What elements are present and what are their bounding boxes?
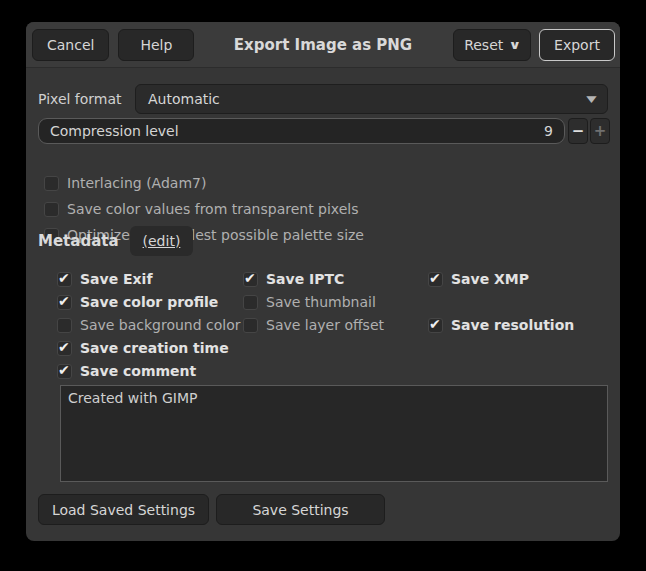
dialog-titlebar: Export Image as PNG Cancel Help Reset ∨ … — [26, 22, 620, 68]
save-transparent-pixels-label: Save color values from transparent pixel… — [67, 201, 359, 217]
save-creation-time-label: Save creation time — [80, 340, 229, 356]
save-resolution-checkbox[interactable]: ✔ — [428, 318, 443, 333]
save-thumbnail-label: Save thumbnail — [266, 294, 376, 310]
save-thumbnail-checkbox[interactable] — [243, 295, 258, 310]
save-layer-offset-option[interactable]: Save layer offset — [243, 315, 384, 335]
checkmark-icon: ✔ — [58, 362, 70, 378]
pixel-format-dropdown[interactable]: Automatic ▼ — [135, 84, 608, 114]
save-xmp-checkbox[interactable]: ✔ — [428, 272, 443, 287]
checkmark-icon: ✔ — [58, 270, 70, 286]
save-creation-time-checkbox[interactable]: ✔ — [57, 341, 72, 356]
checkmark-icon: ✔ — [429, 270, 441, 286]
load-saved-settings-button[interactable]: Load Saved Settings — [38, 494, 209, 525]
metadata-title: Metadata — [38, 232, 119, 250]
save-comment-option[interactable]: ✔ Save comment — [57, 361, 196, 381]
save-comment-checkbox[interactable]: ✔ — [57, 364, 72, 379]
save-xmp-option[interactable]: ✔ Save XMP — [428, 269, 529, 289]
save-iptc-checkbox[interactable]: ✔ — [243, 272, 258, 287]
pixel-format-label: Pixel format — [38, 84, 122, 114]
save-resolution-option[interactable]: ✔ Save resolution — [428, 315, 574, 335]
checkmark-icon: ✔ — [58, 293, 70, 309]
save-color-profile-option[interactable]: ✔ Save color profile — [57, 292, 218, 312]
save-layer-offset-checkbox[interactable] — [243, 318, 258, 333]
compression-decrease-button[interactable]: − — [568, 118, 588, 144]
save-layer-offset-label: Save layer offset — [266, 317, 384, 333]
cancel-button[interactable]: Cancel — [32, 29, 109, 61]
save-thumbnail-option[interactable]: Save thumbnail — [243, 292, 376, 312]
help-button[interactable]: Help — [118, 29, 194, 61]
export-png-dialog: Export Image as PNG Cancel Help Reset ∨ … — [26, 22, 620, 541]
export-button[interactable]: Export — [539, 29, 615, 61]
save-iptc-option[interactable]: ✔ Save IPTC — [243, 269, 344, 289]
checkmark-icon: ✔ — [58, 339, 70, 355]
save-xmp-label: Save XMP — [451, 271, 529, 287]
checkmark-icon: ✔ — [429, 316, 441, 332]
save-transparent-pixels-option[interactable]: Save color values from transparent pixel… — [44, 199, 359, 219]
help-button-label: Help — [140, 37, 172, 53]
plus-icon: + — [594, 122, 607, 140]
compression-row: Compression level 9 − + — [38, 118, 608, 144]
interlacing-checkbox[interactable] — [44, 176, 59, 191]
comment-textarea[interactable]: Created with GIMP — [60, 385, 608, 482]
pixel-format-row: Pixel format Automatic ▼ — [38, 84, 608, 114]
metadata-edit-link[interactable]: (edit) — [130, 226, 194, 256]
cancel-button-label: Cancel — [47, 37, 94, 53]
compression-increase-button[interactable]: + — [590, 118, 610, 144]
save-settings-label: Save Settings — [252, 502, 348, 518]
reset-button[interactable]: Reset ∨ — [453, 29, 531, 61]
save-background-color-option[interactable]: Save background color — [57, 315, 241, 335]
compression-level-value: 9 — [544, 123, 553, 139]
load-saved-settings-label: Load Saved Settings — [52, 502, 195, 518]
export-button-label: Export — [554, 37, 600, 53]
save-settings-button[interactable]: Save Settings — [216, 494, 385, 525]
pixel-format-value: Automatic — [148, 91, 220, 107]
chevron-down-icon: ∨ — [509, 38, 522, 52]
save-exif-label: Save Exif — [80, 271, 153, 287]
reset-button-label: Reset — [464, 37, 503, 53]
save-color-profile-checkbox[interactable]: ✔ — [57, 295, 72, 310]
save-background-color-label: Save background color — [80, 317, 241, 333]
settings-footer: Load Saved Settings Save Settings — [38, 494, 385, 525]
save-resolution-label: Save resolution — [451, 317, 574, 333]
compression-level-label: Compression level — [50, 123, 179, 139]
checkmark-icon: ✔ — [244, 270, 256, 286]
dropdown-arrow-icon: ▼ — [586, 94, 596, 104]
save-transparent-pixels-checkbox[interactable] — [44, 202, 59, 217]
save-comment-label: Save comment — [80, 363, 196, 379]
save-color-profile-label: Save color profile — [80, 294, 218, 310]
save-creation-time-option[interactable]: ✔ Save creation time — [57, 338, 229, 358]
save-exif-checkbox[interactable]: ✔ — [57, 272, 72, 287]
save-background-color-checkbox[interactable] — [57, 318, 72, 333]
metadata-edit-link-label: (edit) — [143, 233, 181, 249]
save-iptc-label: Save IPTC — [266, 271, 344, 287]
compression-level-slider[interactable]: Compression level 9 — [38, 118, 565, 144]
minus-icon: − — [572, 122, 585, 140]
interlacing-option[interactable]: Interlacing (Adam7) — [44, 173, 206, 193]
interlacing-label: Interlacing (Adam7) — [67, 175, 206, 191]
save-exif-option[interactable]: ✔ Save Exif — [57, 269, 153, 289]
metadata-header: Metadata (edit) — [38, 226, 193, 256]
